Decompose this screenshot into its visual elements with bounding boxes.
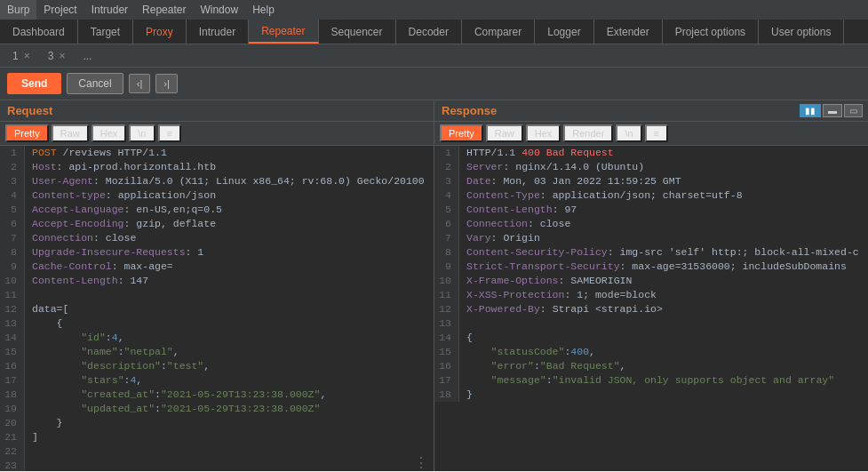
- request-tab-hex[interactable]: Hex: [92, 124, 127, 142]
- table-row: 23 ⋮: [0, 459, 434, 471]
- table-row: 13: [434, 316, 868, 331]
- table-row: 13 {: [0, 316, 434, 331]
- response-tab-render[interactable]: Render: [563, 124, 613, 142]
- table-row: 20 }: [0, 416, 434, 430]
- response-title: Response: [442, 104, 497, 117]
- nav-separator-left: |: [139, 78, 142, 89]
- tab-logger[interactable]: Logger: [535, 20, 593, 44]
- close-tab-3-icon[interactable]: ×: [59, 50, 65, 62]
- view-split-vertical-button[interactable]: ▬: [823, 104, 842, 117]
- table-row: 12X-Powered-By: Strapi <strapi.io>: [434, 302, 868, 316]
- table-row: 10X-Frame-Options: SAMEORIGIN: [434, 274, 868, 288]
- request-title: Request: [7, 104, 52, 117]
- table-row: 1HTTP/1.1 400 Bad Request: [434, 146, 868, 160]
- menu-repeater[interactable]: Repeater: [135, 0, 193, 20]
- table-row: 9Cache-Control: max-age=: [0, 260, 434, 274]
- table-row: 5Content-Length: 97: [434, 203, 868, 217]
- tab-dashboard[interactable]: Dashboard: [0, 20, 78, 44]
- response-tab-menu[interactable]: ≡: [645, 124, 668, 142]
- tab-comparer[interactable]: Comparer: [462, 20, 535, 44]
- request-code-area[interactable]: 1POST /reviews HTTP/1.1 2Host: api-prod.…: [0, 146, 434, 471]
- repeater-tabs: 1 × 3 × ...: [0, 44, 868, 68]
- table-row: 3Date: Mon, 03 Jan 2022 11:59:25 GMT: [434, 174, 868, 188]
- table-row: 16 "error":"Bad Request",: [434, 359, 868, 373]
- tab-proxy[interactable]: Proxy: [133, 20, 187, 44]
- send-button[interactable]: Send: [7, 73, 61, 94]
- table-row: 8Content-Security-Policy: img-src 'self'…: [434, 245, 868, 260]
- table-row: 18}: [434, 388, 868, 402]
- repeater-tab-more[interactable]: ...: [74, 48, 100, 64]
- menu-intruder[interactable]: Intruder: [84, 0, 135, 20]
- main-tab-bar: Dashboard Target Proxy Intruder Repeater…: [0, 20, 868, 44]
- tab-extender[interactable]: Extender: [594, 20, 663, 44]
- table-row: 16 "description":"test",: [0, 359, 434, 373]
- cancel-button[interactable]: Cancel: [67, 73, 123, 94]
- table-row: 18 "created_at":"2021-05-29T13:23:38.000…: [0, 388, 434, 402]
- main-content: ▮▮ ▬ ▭ Request Pretty Raw Hex \n ≡ 1POST…: [0, 100, 868, 471]
- response-tab-newline[interactable]: \n: [616, 124, 641, 142]
- nav-separator-right: |: [167, 78, 170, 89]
- request-panel: Request Pretty Raw Hex \n ≡ 1POST /revie…: [0, 100, 434, 471]
- table-row: 7Vary: Origin: [434, 231, 868, 245]
- request-tab-newline[interactable]: \n: [129, 124, 155, 142]
- table-row: 15 "name":"netpal",: [0, 345, 434, 359]
- table-row: 15 "statusCode":400,: [434, 345, 868, 359]
- table-row: 2Server: nginx/1.14.0 (Ubuntu): [434, 160, 868, 174]
- more-options-icon[interactable]: ⋮: [414, 457, 428, 471]
- tab-project-options[interactable]: Project options: [663, 20, 759, 44]
- table-row: 17 "stars":4,: [0, 373, 434, 388]
- menu-project[interactable]: Project: [36, 0, 84, 20]
- table-row: 22: [0, 444, 434, 459]
- table-row: 1POST /reviews HTTP/1.1: [0, 146, 434, 160]
- table-row: 17 "message":"invalid JSON, only support…: [434, 373, 868, 388]
- table-row: 7Connection: close: [0, 231, 434, 245]
- close-tab-1-icon[interactable]: ×: [24, 50, 30, 62]
- table-row: 21]: [0, 430, 434, 444]
- response-panel-tabs: Pretty Raw Hex Render \n ≡: [434, 122, 868, 146]
- table-row: 10Content-Length: 147: [0, 274, 434, 288]
- menu-help[interactable]: Help: [245, 0, 282, 20]
- nav-forward-button[interactable]: › |: [155, 74, 178, 93]
- table-row: 8Upgrade-Insecure-Requests: 1: [0, 245, 434, 260]
- request-panel-tabs: Pretty Raw Hex \n ≡: [0, 122, 434, 146]
- table-row: 14 "id":4,: [0, 331, 434, 345]
- menu-window[interactable]: Window: [193, 0, 245, 20]
- view-single-button[interactable]: ▭: [844, 104, 863, 117]
- table-row: 14{: [434, 331, 868, 345]
- table-row: 3User-Agent: Mozilla/5.0 (X11; Linux x86…: [0, 174, 434, 188]
- request-toolbar: Send Cancel ‹ | › |: [0, 68, 868, 100]
- repeater-tab-1[interactable]: 1 ×: [4, 48, 39, 64]
- tab-repeater[interactable]: Repeater: [249, 20, 318, 44]
- tab-user-options[interactable]: User options: [759, 20, 844, 44]
- table-row: 11X-XSS-Protection: 1; mode=block: [434, 288, 868, 302]
- menu-burp[interactable]: Burp: [0, 0, 36, 20]
- response-tab-raw[interactable]: Raw: [486, 124, 523, 142]
- table-row: 4Content-type: application/json: [0, 188, 434, 203]
- response-tab-pretty[interactable]: Pretty: [440, 124, 483, 142]
- menu-bar: Burp Project Intruder Repeater Window He…: [0, 0, 868, 20]
- table-row: 12data=[: [0, 302, 434, 316]
- request-tab-raw[interactable]: Raw: [52, 124, 89, 142]
- nav-back-button[interactable]: ‹ |: [129, 74, 151, 93]
- table-row: 9Strict-Transport-Security: max-age=3153…: [434, 260, 868, 274]
- table-row: 6Accept-Encoding: gzip, deflate: [0, 217, 434, 231]
- repeater-tab-3[interactable]: 3 ×: [39, 48, 75, 64]
- table-row: 5Accept-Language: en-US,en;q=0.5: [0, 203, 434, 217]
- view-buttons: ▮▮ ▬ ▭: [800, 104, 863, 117]
- response-panel: Response Pretty Raw Hex Render \n ≡ 1HTT…: [434, 100, 868, 471]
- table-row: 6Connection: close: [434, 217, 868, 231]
- request-tab-pretty[interactable]: Pretty: [5, 124, 49, 142]
- table-row: 4Content-Type: application/json; charset…: [434, 188, 868, 203]
- response-tab-hex[interactable]: Hex: [526, 124, 561, 142]
- tab-target[interactable]: Target: [78, 20, 133, 44]
- request-tab-menu[interactable]: ≡: [158, 124, 181, 142]
- table-row: 19 "updated_at":"2021-05-29T13:23:38.000…: [0, 402, 434, 416]
- tab-intruder[interactable]: Intruder: [187, 20, 249, 44]
- view-split-horizontal-button[interactable]: ▮▮: [800, 104, 821, 117]
- tab-decoder[interactable]: Decoder: [396, 20, 462, 44]
- tab-sequencer[interactable]: Sequencer: [319, 20, 396, 44]
- response-code-area[interactable]: 1HTTP/1.1 400 Bad Request 2Server: nginx…: [434, 146, 868, 471]
- table-row: 2Host: api-prod.horizontall.htb: [0, 160, 434, 174]
- table-row: 11: [0, 288, 434, 302]
